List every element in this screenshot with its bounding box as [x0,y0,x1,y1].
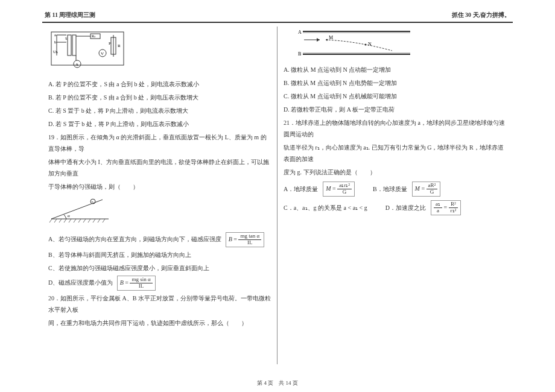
q20-line2: 间，在重力和电场力共同作用下运动，轨迹如图中虚线所示，那么（ ） [48,317,271,329]
q19-option-d: D、磁感应强度最小值为 B = mg sin α IL [48,276,271,291]
svg-text:V: V [101,51,104,56]
q19-line2: 体棒中通有大小为 I、方向垂直纸面向里的电流，欲使导体棒静止在斜面上，可以施加方… [48,156,271,179]
q18-option-a: A. 若 P 的位置不变，S 由 a 合到 b 处，则电流表示数减小 [48,78,271,90]
svg-text:P: P [109,41,111,46]
q20-option-c: C. 微粒从 M 点运动到 N 点机械能可能增加 [284,90,507,102]
q21-row-ab: A．地球质量 M = a₁r₁² G B．地球质量 M = aR² [284,182,507,197]
svg-text:×: × [91,200,94,204]
q21-line2: 轨道半径为 r₁，向心加速度为 a₁. 已知万有引力常量为 G，地球半径为 R，… [284,142,507,165]
svg-line-32 [74,219,76,223]
q20-option-b: B. 微粒从 M 点运动到 N 点电势能一定增加 [284,77,507,89]
svg-line-27 [49,219,52,223]
page-header: 第 11 周理综周三测 抓住 30 天,奋力拼搏。 [42,11,513,22]
svg-line-35 [88,219,90,223]
q19-option-a: A、若匀强磁场的方向在竖直方向，则磁场方向向下，磁感应强度 B = mg tan… [48,232,271,247]
q18-option-b: B. 若 P 的位置不变，S 由 a 合到 b 处，则电压表示数增大 [48,92,271,103]
formula-b-tan: B = mg tan α IL [226,232,264,247]
svg-marker-46 [317,38,320,42]
svg-text:R₀: R₀ [92,34,96,38]
svg-line-34 [83,219,86,223]
page-footer: 第 4 页 共 14 页 [0,379,555,387]
svg-rect-1 [68,35,71,55]
q21-option-a: A．地球质量 M = a₁r₁² G [284,182,355,197]
svg-text:M: M [329,35,333,40]
q20-option-d: D. 若微粒带正电荷，则 A 板一定带正电荷 [284,104,507,115]
svg-text:S: S [65,37,67,40]
svg-line-37 [98,219,100,223]
svg-rect-2 [72,35,76,55]
formula-ratio: a₁ a = R² r₁² [431,200,461,215]
content-columns: a b S U₁ R₀ R V P A [42,27,513,364]
q20-line1: 20．如图所示，平行金属板 A、B 水平正对放置，分别带等量异号电荷。一带电微粒… [48,292,271,315]
svg-line-28 [54,219,57,223]
svg-line-38 [103,219,105,223]
left-column: a b S U₁ R₀ R V P A [42,27,278,364]
q19-option-c: C、若使施加的匀强磁场磁感应强度最小，则应垂直斜面向上 [48,262,271,274]
svg-line-29 [59,219,62,223]
q20-option-a: A. 微粒从 M 点运动到 N 点动能一定增加 [284,64,507,75]
svg-text:a: a [54,33,57,37]
formula-mass-b: M = aR² G [412,182,441,197]
q19-line1: 19．如图所示，在倾角为 α 的光滑斜面上，垂直纸面放置一根长为 L、质量为 m… [48,131,271,154]
q21-line1: 21．地球赤道上的物体随地球自转的向心加速度为 a，地球的同步卫星绕地球做匀速圆… [284,117,507,140]
svg-text:α: α [68,213,70,218]
q18-option-d: D. 若 S 置于 b 处，将 P 向上滑动，则电压表示数减小 [48,118,271,130]
header-right: 抓住 30 天,奋力拼搏。 [452,11,511,19]
q21-row-cd: C．a、a₁、g 的关系是 a < a₁ < g D．加速度之比 a₁ a = … [284,200,507,215]
svg-line-36 [93,219,95,223]
header-left: 第 11 周理综周三测 [45,11,95,19]
svg-line-30 [64,219,66,223]
header-rule [42,22,513,23]
svg-text:B: B [298,51,301,57]
q21-option-b: B．地球质量 M = aR² G [373,182,440,197]
formula-mass-a: M = a₁r₁² G [323,182,355,197]
q21-option-c: C．a、a₁、g 的关系是 a < a₁ < g [284,202,367,213]
svg-text:A: A [298,30,302,35]
svg-point-48 [326,39,328,41]
svg-text:U₁: U₁ [53,49,58,54]
svg-text:N: N [368,42,372,47]
incline-diagram: × α [48,195,271,229]
svg-line-31 [69,219,71,223]
svg-text:b: b [54,40,57,45]
q19-line3: 于导体棒的匀强磁场，则（ ） [48,181,271,192]
circuit-diagram: a b S U₁ R₀ R V P A [48,29,271,75]
right-column: A B M N A. 微粒从 M 点运动到 N 点动能一定增加 B. 微粒从 M… [278,27,513,364]
formula-b-sin: B = mg sin α IL [117,276,156,291]
plates-diagram: A B M N [296,29,507,60]
svg-line-33 [78,219,81,223]
q21-line3: 度为 g. 下列说法正确的是（ ） [284,166,507,178]
svg-rect-0 [51,32,124,65]
page: 第 11 周理综周三测 抓住 30 天,奋力拼搏。 a b S [0,0,555,364]
q18-option-c: C. 若 S 置于 b 处，将 P 向上滑动，则电流表示数增大 [48,105,271,116]
svg-text:A: A [75,62,78,67]
q19-option-b: B、若导体棒与斜面间无挤压，则施加的磁场方向向上 [48,249,271,261]
svg-text:R: R [118,43,121,48]
q21-option-d: D．加速度之比 a₁ a = R² r₁² [385,200,461,215]
svg-point-50 [365,44,367,46]
